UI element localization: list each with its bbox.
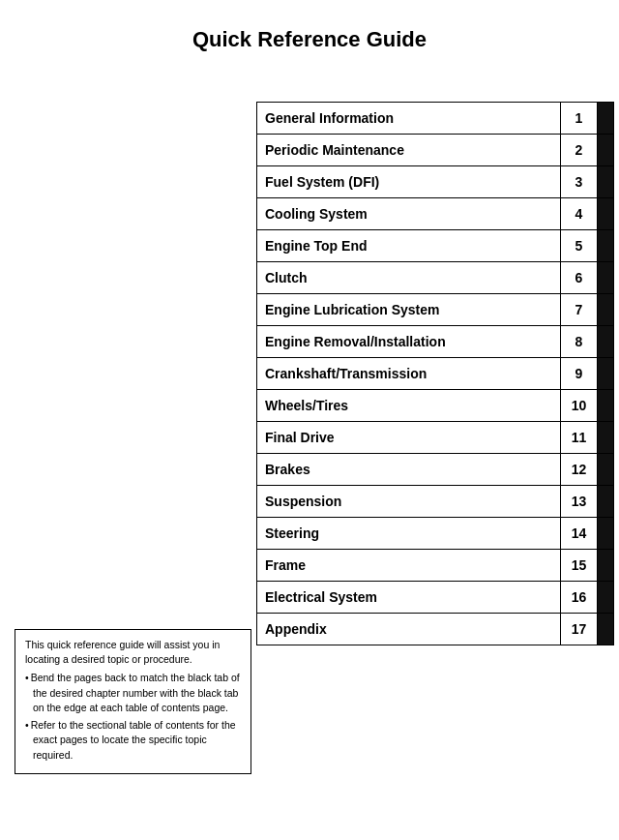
toc-tab — [598, 294, 613, 325]
toc-tab — [598, 135, 613, 165]
toc-tab — [598, 390, 613, 421]
toc-row[interactable]: Suspension13 — [256, 485, 614, 518]
toc-number: 17 — [561, 614, 598, 645]
toc-row[interactable]: General Information1 — [256, 102, 614, 135]
note-bullet: Refer to the sectional table of contents… — [25, 718, 241, 763]
toc-row[interactable]: Fuel System (DFI)3 — [256, 165, 614, 198]
note-intro: This quick reference guide will assist y… — [25, 638, 241, 667]
toc-number: 13 — [561, 486, 598, 517]
toc-label: Steering — [257, 518, 561, 549]
toc-number: 12 — [561, 454, 598, 485]
toc-row[interactable]: Frame15 — [256, 549, 614, 582]
toc-row[interactable]: Steering14 — [256, 517, 614, 550]
toc-tab — [598, 454, 613, 485]
toc-row[interactable]: Brakes12 — [256, 453, 614, 486]
toc-label: Engine Removal/Installation — [257, 326, 561, 357]
toc-label: General Information — [257, 103, 561, 134]
toc-number: 2 — [561, 135, 598, 165]
toc-number: 8 — [561, 326, 598, 357]
toc-tab — [598, 582, 613, 613]
toc-tab — [598, 422, 613, 453]
toc-label: Frame — [257, 550, 561, 581]
page-title: Quick Reference Guide — [0, 0, 619, 70]
toc-label: Engine Top End — [257, 230, 561, 261]
toc-number: 11 — [561, 422, 598, 453]
toc-label: Electrical System — [257, 582, 561, 613]
toc-label: Cooling System — [257, 198, 561, 229]
toc-tab — [598, 486, 613, 517]
toc-label: Clutch — [257, 262, 561, 293]
toc-number: 3 — [561, 166, 598, 197]
toc-row[interactable]: Cooling System4 — [256, 197, 614, 230]
toc-label: Appendix — [257, 614, 561, 645]
toc-row[interactable]: Electrical System16 — [256, 581, 614, 614]
toc-tab — [598, 614, 613, 645]
toc-number: 15 — [561, 550, 598, 581]
toc-row[interactable]: Engine Lubrication System7 — [256, 293, 614, 326]
toc-row[interactable]: Engine Removal/Installation8 — [256, 325, 614, 358]
toc-tab — [598, 166, 613, 197]
toc-tab — [598, 326, 613, 357]
toc-label: Brakes — [257, 454, 561, 485]
toc-number: 16 — [561, 582, 598, 613]
toc-row[interactable]: Periodic Maintenance2 — [256, 134, 614, 166]
toc-tab — [598, 518, 613, 549]
toc-label: Fuel System (DFI) — [257, 166, 561, 197]
toc-row[interactable]: Clutch6 — [256, 261, 614, 294]
toc-label: Engine Lubrication System — [257, 294, 561, 325]
toc-number: 14 — [561, 518, 598, 549]
toc-tab — [598, 550, 613, 581]
toc-label: Crankshaft/Transmission — [257, 358, 561, 389]
toc-tab — [598, 103, 613, 134]
toc-row[interactable]: Engine Top End5 — [256, 229, 614, 262]
toc-number: 4 — [561, 198, 598, 229]
toc-number: 6 — [561, 262, 598, 293]
note-box: This quick reference guide will assist y… — [15, 629, 251, 774]
toc-tab — [598, 198, 613, 229]
toc-tab — [598, 262, 613, 293]
toc-tab — [598, 230, 613, 261]
toc-number: 5 — [561, 230, 598, 261]
toc-row[interactable]: Final Drive11 — [256, 421, 614, 454]
toc-row[interactable]: Crankshaft/Transmission9 — [256, 357, 614, 390]
toc-row[interactable]: Appendix17 — [256, 613, 614, 645]
toc-container: General Information1Periodic Maintenance… — [256, 102, 614, 645]
toc-number: 10 — [561, 390, 598, 421]
toc-label: Suspension — [257, 486, 561, 517]
toc-number: 1 — [561, 103, 598, 134]
toc-number: 7 — [561, 294, 598, 325]
toc-row[interactable]: Wheels/Tires10 — [256, 389, 614, 422]
toc-tab — [598, 358, 613, 389]
toc-label: Final Drive — [257, 422, 561, 453]
toc-label: Periodic Maintenance — [257, 135, 561, 165]
note-bullets: Bend the pages back to match the black t… — [25, 671, 241, 762]
note-bullet: Bend the pages back to match the black t… — [25, 671, 241, 715]
toc-number: 9 — [561, 358, 598, 389]
toc-label: Wheels/Tires — [257, 390, 561, 421]
